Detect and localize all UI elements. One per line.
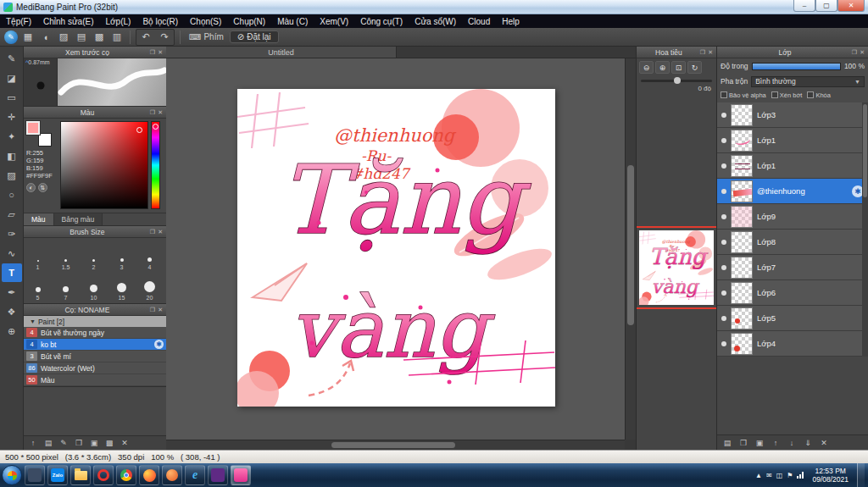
tray-expand-icon[interactable]: ▲ — [755, 472, 762, 479]
brush-item[interactable]: 3 Bút vẽ mí — [24, 351, 166, 362]
grid-icon[interactable]: ▩ — [103, 437, 116, 449]
menu-cloud[interactable]: Cloud — [462, 14, 496, 28]
delete-icon[interactable]: ✕ — [118, 437, 131, 449]
menu-help[interactable]: Help — [496, 14, 526, 28]
close-panel-icon[interactable]: ✕ — [158, 229, 163, 235]
start-button[interactable] — [2, 465, 22, 485]
redo-button[interactable]: ↷ — [155, 30, 174, 45]
layer-visibility-icon[interactable] — [721, 138, 726, 143]
zoom-in-button[interactable]: ⊕ — [655, 61, 670, 74]
layer-visibility-icon[interactable] — [721, 163, 726, 169]
menu-layer[interactable]: Lớp(L) — [100, 14, 137, 28]
minimize-button[interactable]: – — [793, 0, 815, 12]
rotate-reset-button[interactable]: ↻ — [687, 61, 702, 74]
taskbar-opera[interactable] — [93, 465, 114, 485]
taskbar-app-2[interactable] — [162, 465, 182, 485]
slider-thumb[interactable] — [674, 77, 681, 84]
layer-row[interactable]: Lớp1 — [717, 128, 868, 153]
taskbar-medibang-active[interactable] — [231, 465, 251, 485]
brush-size-option[interactable]: 15 — [108, 270, 136, 301]
tray-mail-icon[interactable]: ✉ — [766, 472, 772, 479]
layer-folder-icon[interactable]: ▣ — [753, 437, 766, 449]
document-icon[interactable]: ▤ — [74, 30, 89, 45]
close-panel-icon[interactable]: ✕ — [860, 49, 865, 56]
taskbar-chrome[interactable] — [116, 465, 136, 485]
tab-color[interactable]: Màu — [24, 213, 54, 225]
menu-edit[interactable]: Chỉnh sửa(E) — [37, 14, 100, 28]
shortcut-keys-button[interactable]: ⌨ Phím — [186, 32, 227, 42]
popout-icon[interactable]: ❐ — [150, 109, 155, 116]
scrollbar-thumb[interactable] — [331, 442, 455, 448]
hue-marker[interactable] — [153, 124, 159, 130]
tool-marquee[interactable]: ▭ — [2, 88, 22, 107]
folder-icon[interactable]: ▣ — [87, 437, 101, 449]
close-panel-icon[interactable]: ✕ — [708, 49, 713, 56]
layer-visibility-icon[interactable] — [721, 189, 726, 194]
tool-gradient[interactable]: ▨ — [2, 166, 22, 185]
brush-item[interactable]: 86 Watercolor (Wet) — [24, 362, 166, 374]
layer-row[interactable]: Lớp3 — [717, 102, 868, 128]
duplicate-layer-icon[interactable]: ❐ — [737, 437, 750, 449]
delete-layer-icon[interactable]: ✕ — [817, 437, 831, 449]
menu-file[interactable]: Tệp(F) — [0, 14, 37, 28]
popout-icon[interactable]: ❐ — [150, 307, 155, 313]
reset-button[interactable]: ⊘ Đặt lại — [230, 30, 279, 43]
brush-folder-row[interactable]: ▼ Paint [2] — [24, 316, 166, 327]
move-up-icon[interactable]: ↑ — [26, 437, 40, 449]
layer-row[interactable]: Lớp5 — [717, 306, 868, 331]
taskbar-clock[interactable]: 12:53 PM 09/08/2021 — [808, 467, 853, 484]
layer-row[interactable]: Lớp9 — [717, 204, 868, 230]
brush-item[interactable]: 50 Màu — [24, 374, 166, 386]
brush-settings-gear-icon[interactable]: ✱ — [154, 340, 164, 349]
close-panel-icon[interactable]: ✕ — [158, 307, 163, 313]
tray-app-icon[interactable]: ◫ — [776, 472, 783, 479]
taskbar-zalo[interactable]: Zalo — [47, 465, 68, 485]
popout-icon[interactable]: ❐ — [150, 49, 155, 56]
brush-size-option[interactable]: 5 — [24, 270, 52, 301]
scrollbar-thumb[interactable] — [627, 165, 634, 325]
opacity-slider[interactable] — [752, 63, 841, 70]
layer-row[interactable]: Lớp4 — [717, 331, 868, 357]
tool-polygon[interactable]: ▱ — [2, 205, 22, 224]
drawing-canvas[interactable] — [237, 89, 555, 407]
tool-move[interactable]: ✛ — [2, 108, 22, 126]
brush-size-option[interactable]: 4 — [136, 240, 164, 270]
close-button[interactable]: ✕ — [837, 0, 865, 12]
tool-magic-wand[interactable]: ✦ — [2, 127, 22, 146]
layer-row-selected[interactable]: @thienhuong ✱ — [717, 179, 868, 204]
color-wheel-icon[interactable]: ◐ — [26, 183, 36, 192]
menu-snap[interactable]: Chụp(N) — [227, 14, 271, 28]
clipping-checkbox[interactable]: Xén bớt — [771, 91, 803, 99]
navigator-thumbnail[interactable] — [639, 230, 714, 305]
brush-size-option[interactable]: 3 — [108, 240, 136, 270]
layers-scrollbar[interactable] — [862, 102, 868, 357]
menu-tools[interactable]: Công cụ(T) — [354, 14, 409, 28]
new-layer-icon[interactable]: ▤ — [721, 437, 734, 449]
layer-row[interactable]: Lớp7 — [717, 255, 868, 280]
tool-pen[interactable]: ✎ — [2, 49, 22, 68]
taskbar-ie[interactable]: e — [185, 465, 205, 485]
fit-screen-button[interactable]: ⊡ — [671, 61, 686, 74]
menu-window[interactable]: Cửa sổ(W) — [409, 14, 462, 28]
rotation-slider[interactable] — [641, 80, 712, 82]
color-swatches[interactable] — [26, 121, 52, 147]
layer-visibility-icon[interactable] — [721, 214, 726, 219]
zoom-out-button[interactable]: ⊖ — [639, 61, 654, 74]
background-color-swatch[interactable] — [38, 133, 52, 147]
taskbar-explorer[interactable] — [70, 465, 91, 485]
popout-icon[interactable]: ❐ — [852, 49, 857, 56]
show-desktop-button[interactable] — [857, 463, 865, 487]
taskbar-firefox[interactable] — [139, 465, 159, 485]
tool-zoom[interactable]: ⊕ — [2, 322, 22, 340]
close-panel-icon[interactable]: ✕ — [158, 109, 163, 116]
menu-filter[interactable]: Bộ lọc(R) — [136, 14, 184, 28]
brush-size-option[interactable]: 7 — [52, 270, 80, 301]
canvas-vertical-scrollbar[interactable] — [625, 58, 636, 440]
tab-palette[interactable]: Bảng màu — [54, 213, 103, 225]
blend-mode-dropdown[interactable]: Bình thường ▼ — [751, 76, 865, 87]
protect-alpha-checkbox[interactable]: Bảo vệ alpha — [721, 91, 766, 99]
brush-size-option[interactable]: 1.5 — [52, 240, 80, 270]
duplicate-icon[interactable]: ❐ — [72, 437, 86, 449]
menu-color[interactable]: Màu (C) — [271, 14, 314, 28]
foreground-color-swatch[interactable] — [26, 121, 40, 135]
